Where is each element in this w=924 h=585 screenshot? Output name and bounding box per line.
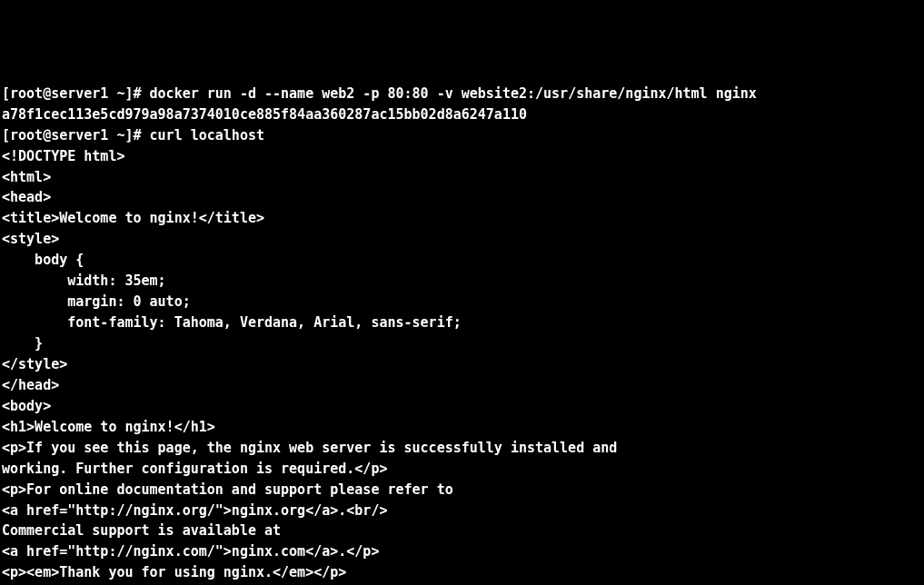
shell-prompt: [root@server1 ~]# [2,127,150,144]
output-line: <p>If you see this page, the nginx web s… [2,438,922,459]
terminal-window[interactable]: [root@server1 ~]# docker run -d --name w… [0,84,924,585]
output-line: margin: 0 auto; [2,292,922,312]
output-line: width: 35em; [2,271,922,292]
output-line: } [2,333,922,354]
output-line: font-family: Tahoma, Verdana, Arial, san… [2,312,922,333]
command-text: curl localhost [150,127,264,144]
output-line: <h1>Welcome to nginx!</h1> [2,417,922,438]
output-line: </style> [2,354,922,375]
output-line: <body> [2,396,922,417]
shell-prompt: [root@server1 ~]# [2,85,150,102]
output-line: <a href="http://nginx.com/">nginx.com</a… [2,541,922,562]
command-line-2: [root@server1 ~]# curl localhost [2,125,922,146]
output-line: </head> [2,375,922,396]
command-text: docker run -d --name web2 -p 80:80 -v we… [150,85,757,102]
output-line: <p>For online documentation and support … [2,480,922,501]
command-line-1: [root@server1 ~]# docker run -d --name w… [2,84,922,104]
output-line: <html> [2,167,922,188]
output-line: <head> [2,187,922,208]
output-line: <!DOCTYPE html> [2,146,922,167]
output-line: <style> [2,229,922,250]
output-line: <p><em>Thank you for using nginx.</em></… [2,562,922,583]
output-line: Commercial support is available at [2,521,922,541]
output-line: <a href="http://nginx.org/">nginx.org</a… [2,501,922,521]
output-container-id: a78f1cec113e5cd979a98a7374010ce885f84aa3… [2,104,922,125]
output-line: body { [2,250,922,271]
output-line: working. Further configuration is requir… [2,459,922,480]
output-line: <title>Welcome to nginx!</title> [2,208,922,229]
